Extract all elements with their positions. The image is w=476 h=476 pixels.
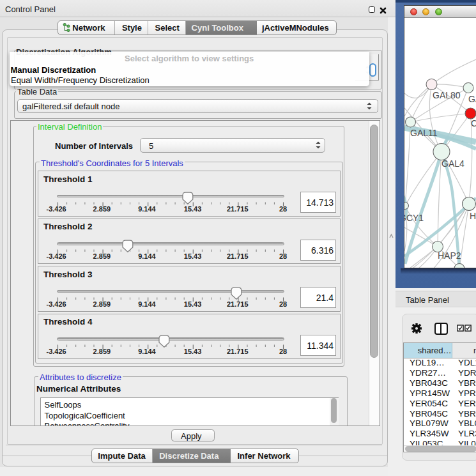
svg-text:GAL4: GAL4 — [441, 158, 464, 169]
svg-text:GAL11: GAL11 — [410, 128, 438, 138]
svg-text:CY: CY — [471, 118, 476, 128]
svg-text:GAL80: GAL80 — [433, 90, 461, 100]
svg-text:HI: HI — [470, 211, 476, 221]
svg-text:HAP2: HAP2 — [438, 250, 461, 261]
svg-text:GAL3: GAL3 — [468, 94, 476, 104]
svg-text:GCY1: GCY1 — [404, 213, 424, 223]
